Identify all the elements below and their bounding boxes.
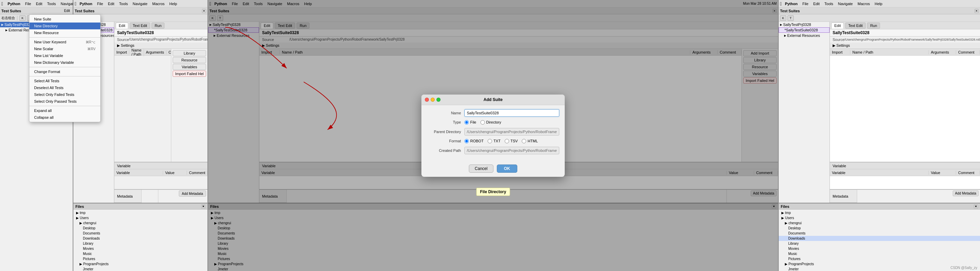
menu-edit[interactable]: Edit (34, 1, 44, 6)
p4-files-close[interactable]: ✕ (974, 204, 978, 209)
tl-close[interactable] (425, 97, 429, 102)
p2-variables-btn[interactable]: Variables (173, 64, 206, 70)
modal-createdpath-input[interactable] (465, 147, 559, 154)
ctx-new-resource[interactable]: New Resource (29, 29, 100, 36)
p2-tab-textedit[interactable]: Text Edit (130, 22, 150, 29)
modal-type-directory[interactable]: Directory (480, 120, 501, 124)
modal-format-html-radio[interactable] (522, 139, 526, 143)
p4-tab-textedit[interactable]: Text Edit (845, 22, 866, 29)
ctx-new-dict-variable[interactable]: New Dictionary Variable (29, 59, 100, 66)
p2-file-pictures[interactable]: Pictures (73, 256, 207, 261)
p4-file-desktop[interactable]: Desktop (779, 226, 980, 231)
p2-file-music[interactable]: Music (73, 251, 207, 256)
ctx-deselect-all[interactable]: Deselect All Tests (29, 84, 100, 91)
p2-file-documents[interactable]: Documents (73, 231, 207, 236)
p2-file[interactable]: File (95, 1, 105, 6)
p4-file-jmeter[interactable]: Jmeter (779, 266, 980, 271)
p2-close-btn[interactable]: ✕ (202, 9, 206, 13)
modal-parentdir-input[interactable] (465, 128, 559, 136)
p2-file-library[interactable]: Library (73, 241, 207, 246)
p2-tab-run[interactable]: Run (151, 22, 164, 29)
modal-type-file-radio[interactable] (465, 120, 469, 124)
ctx-expand-all[interactable]: Expand all (29, 107, 100, 114)
ctx-new-scalar[interactable]: New Scalar ⌘RV (29, 45, 100, 52)
p4-file-pictures[interactable]: Pictures (779, 256, 980, 261)
menu-python[interactable]: Python (6, 1, 22, 6)
toolbar-k-btn[interactable]: K (19, 15, 25, 21)
p4-t-btn[interactable]: T (788, 15, 794, 21)
p4-file-documents[interactable]: Documents (779, 231, 980, 236)
ctx-change-format[interactable]: Change Format (29, 68, 100, 75)
ctx-select-passed[interactable]: Select Only Passed Tests (29, 98, 100, 105)
modal-format-robot[interactable]: ROBOT (465, 139, 484, 143)
p2-resource-btn[interactable]: Resource (173, 57, 206, 63)
modal-format-tsv-radio[interactable] (505, 139, 509, 143)
p2-macros[interactable]: Macros (151, 1, 166, 6)
p4-tab-run[interactable]: Run (867, 22, 880, 29)
menu-tools[interactable]: Tools (45, 1, 58, 6)
p2-help[interactable]: Help (167, 1, 179, 6)
modal-format-robot-radio[interactable] (465, 139, 469, 143)
modal-ok-btn[interactable]: OK (497, 164, 517, 173)
p4-k-btn[interactable]: K (780, 15, 786, 21)
panel1-edit-btn[interactable]: Edit (64, 9, 70, 13)
tl-fullscreen[interactable] (436, 97, 441, 102)
p4-file-chengrui[interactable]: ▶ chengrui (779, 220, 980, 226)
p4-file-programprojects[interactable]: ▶ ProgramProjects (779, 261, 980, 266)
p4-file[interactable]: File (800, 1, 810, 6)
p2-library-btn[interactable]: Library (173, 50, 206, 56)
p2-import-failed-btn[interactable]: Import Failed Hel (173, 71, 206, 77)
p4-tab-edit[interactable]: Edit (831, 22, 844, 29)
p4-help[interactable]: Help (873, 1, 884, 6)
p4-file-tmp[interactable]: ▶ tmp (779, 210, 980, 215)
ctx-select-all[interactable]: Select All Tests (29, 78, 100, 84)
menu-file[interactable]: File (23, 1, 33, 6)
p2-tools[interactable]: Tools (118, 1, 130, 6)
p4-file-users[interactable]: ▶ Users (779, 215, 980, 220)
p4-file-library[interactable]: Library (779, 241, 980, 246)
p4-file-downloads[interactable]: Downloads (779, 236, 980, 241)
ctx-new-list-variable[interactable]: New List Variable (29, 52, 100, 59)
p2-settings-toggle[interactable]: ▶ Settings (114, 43, 207, 49)
tl-minimize[interactable] (431, 97, 435, 102)
modal-format-txt-radio[interactable] (488, 139, 492, 143)
p2-edit[interactable]: Edit (106, 1, 116, 6)
p2-file-users[interactable]: ▶ Users (73, 215, 207, 220)
p2-file-desktop[interactable]: Desktop (73, 226, 207, 231)
p2-file-chengrui[interactable]: ▶ chengrui (73, 220, 207, 226)
ctx-collapse-all[interactable]: Collapse all (29, 114, 100, 121)
p4-tree-ext[interactable]: ▶ External Resources (779, 33, 829, 38)
ctx-new-user-keyword[interactable]: New User Keyword ⌘R⌥ (29, 38, 100, 45)
p4-tree-root[interactable]: ▶ SallyTestPrj0328 (779, 22, 829, 27)
p2-file-jmeter[interactable]: Jmeter (73, 266, 207, 271)
modal-format-html[interactable]: HTML (522, 139, 538, 143)
p2-file-movies[interactable]: Movies (73, 246, 207, 251)
p2-file-tmp[interactable]: ▶ tmp (73, 210, 207, 215)
p4-file-movies[interactable]: Movies (779, 246, 980, 251)
p2-file-programprojects[interactable]: ▶ ProgramProjects (73, 261, 207, 266)
modal-name-input[interactable] (465, 109, 559, 117)
p4-add-metadata-btn[interactable]: Add Metadata (953, 190, 978, 196)
modal-format-txt[interactable]: TXT (488, 139, 501, 143)
p4-settings-toggle[interactable]: ▶ Settings (830, 43, 980, 49)
p4-file-music[interactable]: Music (779, 251, 980, 256)
ctx-new-suite[interactable]: New Suite (29, 16, 100, 22)
p2-tab-edit[interactable]: Edit (116, 22, 128, 29)
p2-files-close[interactable]: ✕ (201, 204, 205, 209)
p4-edit[interactable]: Edit (811, 1, 821, 6)
p4-appname[interactable]: Python (783, 1, 799, 6)
p4-navigate[interactable]: Navigate (836, 1, 854, 6)
p4-macros[interactable]: Macros (856, 1, 872, 6)
modal-type-directory-radio[interactable] (480, 120, 485, 124)
p2-add-metadata-btn[interactable]: Add Metadata (179, 190, 206, 197)
modal-format-tsv[interactable]: TSV (505, 139, 518, 143)
modal-type-file[interactable]: File (465, 120, 476, 124)
p2-file-downloads[interactable]: Downloads (73, 236, 207, 241)
ctx-select-failed[interactable]: Select Only Failed Tests (29, 91, 100, 98)
ctx-new-directory[interactable]: New Directory (29, 22, 100, 29)
p4-tree-suite[interactable]: *SallyTestSuite0328 (779, 27, 829, 33)
modal-cancel-btn[interactable]: Cancel (469, 164, 493, 173)
p4-tools[interactable]: Tools (823, 1, 835, 6)
p2-appname[interactable]: Python (78, 1, 94, 6)
p2-navigate[interactable]: Navigate (131, 1, 149, 6)
